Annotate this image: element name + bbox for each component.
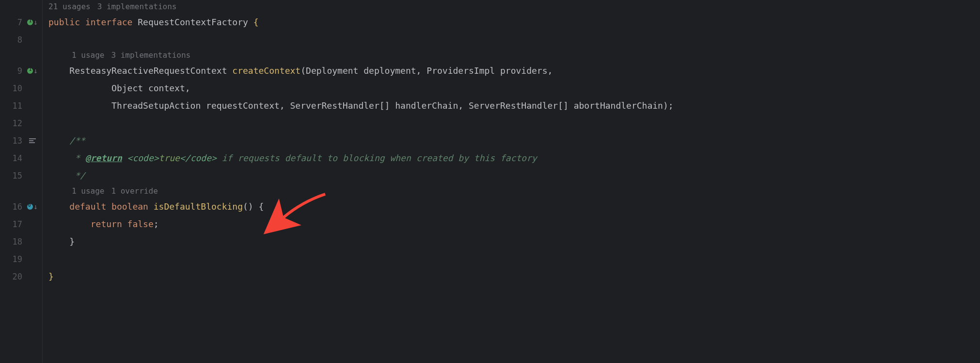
brace: } <box>69 237 75 246</box>
line-number: 17 <box>10 220 22 229</box>
gutter-icon-slot[interactable]: ↓ <box>25 67 40 75</box>
code-line[interactable]: default boolean isDefaultBlocking() { <box>48 198 980 215</box>
keyword: boolean <box>111 202 148 211</box>
gutter-row[interactable]: 16 ↓ <box>0 198 43 215</box>
brace: { <box>253 18 259 27</box>
keyword: return <box>91 220 122 229</box>
gutter-icon-slot[interactable] <box>25 138 40 143</box>
doc-return-tag: @return <box>85 154 122 163</box>
line-number: 15 <box>10 172 22 180</box>
gutter-row[interactable]: 10 <box>0 80 43 97</box>
method-name: isDefaultBlocking <box>154 202 243 211</box>
signature-cont: Object context, <box>111 84 190 93</box>
line-number: 8 <box>10 36 22 44</box>
brace: { <box>259 202 264 211</box>
gutter-row[interactable]: 19 <box>0 250 43 268</box>
gutter-icon-slot[interactable]: ↓ <box>25 19 40 26</box>
gutter[interactable]: 7 ↓ 8 9 ↓ 10 11 <box>0 0 43 363</box>
code-line[interactable]: ResteasyReactiveRequestContext createCon… <box>48 62 980 80</box>
line-number: 14 <box>10 154 22 163</box>
override-icon[interactable] <box>27 204 33 210</box>
signature: () <box>243 202 253 211</box>
inlay-usages[interactable]: 21 usages <box>48 3 91 11</box>
line-number: 19 <box>10 255 22 264</box>
code-line[interactable] <box>48 31 980 49</box>
gutter-row[interactable]: 20 <box>0 268 43 285</box>
keyword: default <box>69 202 106 211</box>
gutter-row[interactable]: 11 <box>0 97 43 115</box>
doc-code-tag: </code> <box>180 154 217 163</box>
gutter-row-inlay <box>0 0 43 14</box>
code-editor[interactable]: 7 ↓ 8 9 ↓ 10 11 <box>0 0 980 363</box>
semicolon: ; <box>154 220 159 229</box>
gutter-row[interactable]: 15 <box>0 167 43 184</box>
signature-cont: ThreadSetupAction requestContext, Server… <box>111 101 674 110</box>
code-line[interactable]: * @return <code>true</code> if requests … <box>48 149 980 167</box>
line-number: 20 <box>10 273 22 281</box>
code-line[interactable]: } <box>48 268 980 285</box>
interface-icon[interactable] <box>27 68 33 74</box>
inlay-hint[interactable]: 1 usage 3 implementations <box>72 49 980 62</box>
line-number: 9 <box>10 67 22 75</box>
keyword: interface <box>85 18 133 27</box>
inlay-usages[interactable]: 1 usage <box>72 187 104 195</box>
type-name: RequestContextFactory <box>138 18 248 27</box>
inherit-arrow-icon[interactable]: ↓ <box>33 67 38 75</box>
code-line[interactable]: public interface RequestContextFactory { <box>48 14 980 31</box>
gutter-icon-slot[interactable]: ↓ <box>25 203 40 211</box>
doc-comment: * <box>69 154 85 163</box>
line-number: 13 <box>10 137 22 145</box>
return-type: ResteasyReactiveRequestContext <box>69 66 227 75</box>
code-line[interactable]: /** <box>48 132 980 149</box>
inherit-arrow-icon[interactable]: ↓ <box>33 203 38 211</box>
gutter-row[interactable]: 12 <box>0 115 43 132</box>
brace: } <box>48 272 54 281</box>
gutter-row[interactable]: 13 <box>0 132 43 149</box>
gutter-row[interactable]: 17 <box>0 215 43 233</box>
code-area[interactable]: 21 usages 3 implementations public inter… <box>43 0 980 363</box>
inlay-implementations[interactable]: 3 implementations <box>111 51 190 59</box>
inlay-overrides[interactable]: 1 override <box>111 187 158 195</box>
doc-comment: /** <box>69 136 85 145</box>
inlay-implementations[interactable]: 3 implementations <box>97 3 177 11</box>
doc-comment: */ <box>69 171 85 180</box>
inlay-usages[interactable]: 1 usage <box>72 51 104 59</box>
line-number: 7 <box>10 18 22 27</box>
code-line[interactable] <box>48 115 980 132</box>
method-name: createContext <box>232 66 300 75</box>
inherit-arrow-icon[interactable]: ↓ <box>33 19 38 26</box>
inlay-hint[interactable]: 1 usage 1 override <box>72 184 980 198</box>
gutter-row-inlay <box>0 49 43 62</box>
line-number: 16 <box>10 203 22 211</box>
gutter-row[interactable]: 9 ↓ <box>0 62 43 80</box>
line-number: 12 <box>10 119 22 128</box>
gutter-row[interactable]: 18 <box>0 233 43 250</box>
gutter-row[interactable]: 8 <box>0 31 43 49</box>
doc-comment-text: if requests default to blocking when cre… <box>217 154 537 163</box>
inlay-hint[interactable]: 21 usages 3 implementations <box>48 0 980 14</box>
line-number: 11 <box>10 102 22 110</box>
doc-comment-icon[interactable] <box>29 138 36 143</box>
code-line[interactable]: Object context, <box>48 80 980 97</box>
line-number: 10 <box>10 84 22 93</box>
code-line[interactable]: */ <box>48 167 980 184</box>
literal: false <box>127 220 154 229</box>
code-line[interactable]: return false; <box>48 215 980 233</box>
keyword: public <box>48 18 80 27</box>
line-number: 18 <box>10 238 22 246</box>
signature: (Deployment deployment, ProvidersImpl pr… <box>300 66 553 75</box>
code-line[interactable] <box>48 250 980 268</box>
doc-code-literal: true <box>159 154 180 163</box>
gutter-row[interactable]: 14 <box>0 149 43 167</box>
interface-icon[interactable] <box>27 19 33 25</box>
code-line[interactable]: } <box>48 233 980 250</box>
gutter-row-inlay <box>0 184 43 198</box>
doc-code-tag: <code> <box>127 154 159 163</box>
gutter-row[interactable]: 7 ↓ <box>0 14 43 31</box>
code-line[interactable]: ThreadSetupAction requestContext, Server… <box>48 97 980 115</box>
